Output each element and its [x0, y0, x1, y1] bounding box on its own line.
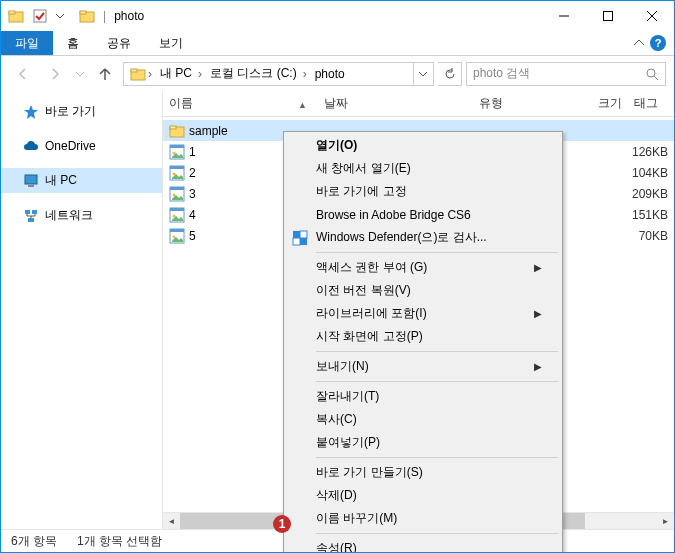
- refresh-button[interactable]: [438, 62, 462, 86]
- sidebar-item-quick-access[interactable]: 바로 가기: [1, 99, 162, 124]
- ctx-restore[interactable]: 이전 버전 복원(V): [286, 279, 560, 302]
- svg-line-12: [654, 76, 658, 80]
- image-icon: [169, 186, 185, 202]
- ctx-paste[interactable]: 붙여넣기(P): [286, 431, 560, 454]
- title-separator: |: [103, 9, 106, 23]
- status-selected: 1개 항목 선택함: [77, 533, 162, 550]
- image-icon: [169, 165, 185, 181]
- scroll-left-button[interactable]: ◄: [163, 513, 180, 530]
- image-icon: [169, 207, 185, 223]
- sidebar-item-pc[interactable]: 내 PC: [1, 168, 162, 193]
- window-title: photo: [114, 9, 144, 23]
- qat-dropdown-icon[interactable]: [53, 5, 67, 27]
- svg-rect-10: [131, 69, 137, 72]
- ctx-copy[interactable]: 복사(C): [286, 408, 560, 431]
- quick-access-toolbar: [1, 5, 71, 27]
- ctx-defender[interactable]: Windows Defender(으)로 검사...: [286, 226, 560, 249]
- svg-rect-17: [28, 218, 34, 222]
- ribbon-expand-icon[interactable]: [634, 38, 644, 48]
- recent-dropdown[interactable]: [73, 60, 87, 88]
- sidebar-item-network[interactable]: 네트워크: [1, 203, 162, 228]
- cloud-icon: [23, 138, 39, 154]
- ctx-library[interactable]: 라이브러리에 포함(I)▶: [286, 302, 560, 325]
- svg-rect-15: [25, 210, 30, 214]
- sort-ascending-icon: ▲: [298, 97, 312, 111]
- column-headers: 이름 ▲ 날짜 유형 크기 태그: [163, 91, 674, 117]
- shield-icon: [292, 230, 308, 246]
- chevron-right-icon: ▶: [534, 262, 542, 273]
- context-menu: 열기(O) 새 창에서 열기(E) 바로 가기에 고정 Browse in Ad…: [283, 131, 563, 553]
- svg-rect-24: [170, 166, 184, 169]
- address-bar: › 내 PC› 로컬 디스크 (C:)› photo photo 검색: [1, 56, 674, 91]
- tab-share[interactable]: 공유: [93, 31, 145, 55]
- svg-rect-27: [170, 187, 184, 190]
- qat-explorer-icon[interactable]: [5, 5, 27, 27]
- pc-icon: [23, 173, 39, 189]
- svg-rect-35: [293, 231, 300, 238]
- sidebar-item-onedrive[interactable]: OneDrive: [1, 134, 162, 158]
- search-input[interactable]: photo 검색: [466, 62, 666, 86]
- col-date[interactable]: 날짜: [318, 91, 473, 116]
- ctx-pin-quick[interactable]: 바로 가기에 고정: [286, 180, 560, 203]
- up-button[interactable]: [91, 60, 119, 88]
- image-icon: [169, 144, 185, 160]
- tab-view[interactable]: 보기: [145, 31, 197, 55]
- ctx-separator: [316, 381, 558, 382]
- svg-rect-37: [293, 238, 300, 245]
- star-icon: [23, 104, 39, 120]
- crumb-folder[interactable]: photo: [311, 63, 349, 85]
- col-name[interactable]: 이름 ▲: [163, 91, 318, 116]
- ctx-bridge[interactable]: Browse in Adobe Bridge CS6: [286, 203, 560, 226]
- help-icon[interactable]: ?: [650, 35, 666, 51]
- crumb-pc[interactable]: 내 PC›: [156, 63, 206, 85]
- ctx-separator: [316, 252, 558, 253]
- ctx-delete[interactable]: 삭제(D): [286, 484, 560, 507]
- chevron-right-icon: ▶: [534, 361, 542, 372]
- svg-rect-38: [300, 238, 307, 245]
- col-size[interactable]: 크기: [553, 91, 628, 116]
- search-placeholder: photo 검색: [473, 65, 530, 82]
- maximize-button[interactable]: [586, 1, 630, 31]
- ctx-pin-start[interactable]: 시작 화면에 고정(P): [286, 325, 560, 348]
- title-bar: | photo: [1, 1, 674, 31]
- col-tag[interactable]: 태그: [628, 91, 668, 116]
- annotation-badge: 1: [273, 515, 291, 533]
- ctx-separator: [316, 351, 558, 352]
- folder-icon: [79, 8, 95, 24]
- minimize-button[interactable]: [542, 1, 586, 31]
- svg-rect-14: [28, 185, 34, 187]
- breadcrumb[interactable]: › 내 PC› 로컬 디스크 (C:)› photo: [123, 62, 434, 86]
- back-button[interactable]: [9, 60, 37, 88]
- ctx-access[interactable]: 액세스 권한 부여 (G)▶: [286, 256, 560, 279]
- svg-rect-36: [300, 231, 307, 238]
- search-icon: [645, 67, 659, 81]
- ctx-separator: [316, 457, 558, 458]
- crumb-dropdown[interactable]: [413, 63, 431, 85]
- tab-home[interactable]: 홈: [53, 31, 93, 55]
- qat-properties-icon[interactable]: [29, 5, 51, 27]
- tab-file[interactable]: 파일: [1, 31, 53, 55]
- ctx-sendto[interactable]: 보내기(N)▶: [286, 355, 560, 378]
- sidebar: 바로 가기 OneDrive 내 PC 네트워크: [1, 91, 163, 529]
- svg-rect-2: [34, 10, 46, 22]
- svg-rect-33: [170, 229, 184, 232]
- crumb-disk[interactable]: 로컬 디스크 (C:)›: [206, 63, 311, 85]
- svg-rect-1: [9, 11, 15, 14]
- forward-button[interactable]: [41, 60, 69, 88]
- ctx-open[interactable]: 열기(O): [286, 134, 560, 157]
- scroll-right-button[interactable]: ►: [657, 513, 674, 530]
- ctx-separator: [316, 533, 558, 534]
- ctx-rename[interactable]: 이름 바꾸기(M): [286, 507, 560, 530]
- folder-icon: [169, 123, 185, 139]
- network-icon: [23, 208, 39, 224]
- ctx-cut[interactable]: 잘라내기(T): [286, 385, 560, 408]
- ctx-new-window[interactable]: 새 창에서 열기(E): [286, 157, 560, 180]
- col-type[interactable]: 유형: [473, 91, 553, 116]
- ctx-properties[interactable]: 속성(R): [286, 537, 560, 553]
- image-icon: [169, 228, 185, 244]
- crumb-root-icon[interactable]: ›: [126, 63, 156, 85]
- svg-rect-30: [170, 208, 184, 211]
- ctx-shortcut[interactable]: 바로 가기 만들기(S): [286, 461, 560, 484]
- status-count: 6개 항목: [11, 533, 57, 550]
- close-button[interactable]: [630, 1, 674, 31]
